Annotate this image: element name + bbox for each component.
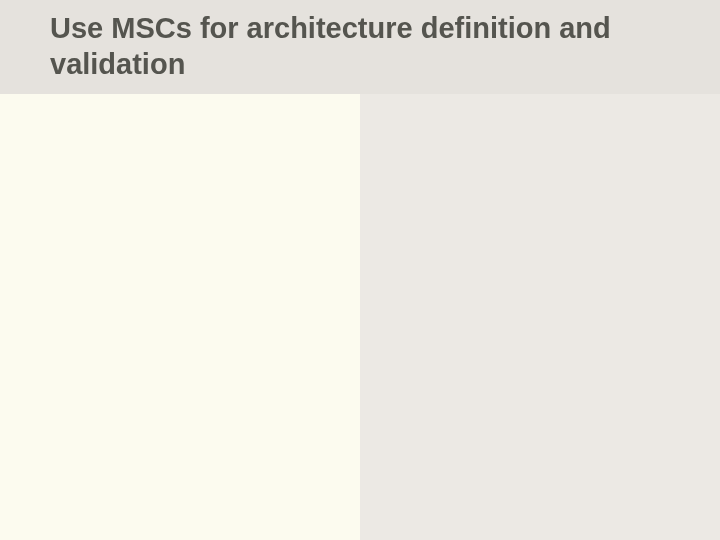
slide-header: Use MSCs for architecture definition and… (0, 0, 720, 94)
left-content-panel (0, 94, 360, 540)
slide-title: Use MSCs for architecture definition and… (50, 10, 720, 83)
slide: Use MSCs for architecture definition and… (0, 0, 720, 540)
right-content-panel (360, 94, 720, 540)
